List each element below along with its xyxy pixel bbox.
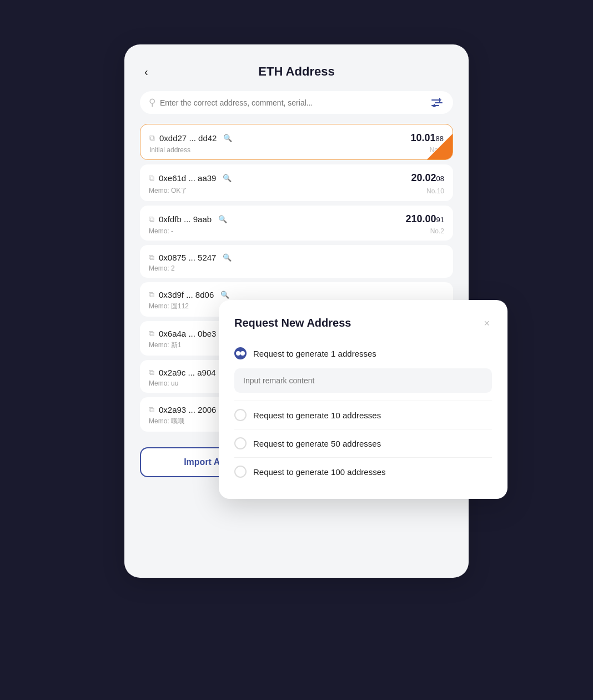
radio-check-0 xyxy=(236,351,240,356)
copy-icon-5[interactable]: ⧉ xyxy=(149,329,154,338)
address-left-0: ⧉ 0xdd27 ... dd42 🔍 xyxy=(149,133,232,143)
memo-1: Memo: OK了 xyxy=(149,186,187,196)
address-item-0[interactable]: ⧉ 0xdd27 ... dd42 🔍 10.01 88 Initial add… xyxy=(140,124,453,160)
serial-2: No.2 xyxy=(430,227,444,235)
address-text-7: 0x2a93 ... 2006 xyxy=(159,405,216,414)
filter-icon xyxy=(431,98,443,108)
divider-2 xyxy=(234,457,492,458)
divider-0 xyxy=(234,401,492,401)
radio-circle-1 xyxy=(234,409,247,421)
modal-title: Request New Address xyxy=(234,317,351,329)
balance-main-1: 20.02 xyxy=(411,172,436,184)
search-bar: ⚲ xyxy=(140,91,453,114)
address-meta-1: Memo: OK了 No.10 xyxy=(149,186,444,196)
search-addr-icon-2[interactable]: 🔍 xyxy=(218,215,227,223)
radio-option-1[interactable]: Request to generate 10 addresses xyxy=(234,403,492,427)
balance-small-1: 08 xyxy=(436,174,444,183)
radio-option-0[interactable]: Request to generate 1 addresses xyxy=(234,342,492,365)
modal-overlay: Request New Address × Request to generat… xyxy=(219,300,507,499)
search-input[interactable] xyxy=(160,98,425,107)
radio-circle-3 xyxy=(234,466,247,478)
address-text-6: 0x2a9c ... a904 xyxy=(159,368,216,377)
radio-label-0: Request to generate 1 addresses xyxy=(253,349,376,358)
search-addr-icon-4[interactable]: 🔍 xyxy=(220,291,229,299)
memo-2: Memo: - xyxy=(149,227,173,235)
memo-4: Memo: 圆112 xyxy=(149,302,189,311)
radio-circle-0 xyxy=(234,347,247,359)
memo-7: Memo: 哦哦 xyxy=(149,417,184,426)
search-addr-icon-1[interactable]: 🔍 xyxy=(223,174,232,182)
modal-close-button[interactable]: × xyxy=(481,317,492,329)
address-left-2: ⧉ 0xfdfb ... 9aab 🔍 xyxy=(149,214,227,224)
memo-3: Memo: 2 xyxy=(149,264,175,272)
address-row-3: ⧉ 0x0875 ... 5247 🔍 xyxy=(149,253,444,262)
address-item-2[interactable]: ⧉ 0xfdfb ... 9aab 🔍 210.00 91 Memo: - No… xyxy=(140,206,453,241)
back-button[interactable]: ‹ xyxy=(140,64,153,79)
memo-6: Memo: uu xyxy=(149,379,178,387)
radio-circle-2 xyxy=(234,437,247,449)
copy-icon-1[interactable]: ⧉ xyxy=(149,173,154,183)
copy-icon-2[interactable]: ⧉ xyxy=(149,214,154,224)
filter-button[interactable] xyxy=(430,98,444,108)
address-meta-3: Memo: 2 xyxy=(149,264,444,272)
serial-1: No.10 xyxy=(426,187,444,195)
address-left-4: ⧉ 0x3d9f ... 8d06 🔍 xyxy=(149,290,229,299)
address-row-4: ⧉ 0x3d9f ... 8d06 🔍 xyxy=(149,290,444,299)
address-text-0: 0xdd27 ... dd42 xyxy=(159,133,217,143)
radio-option-2[interactable]: Request to generate 50 addresses xyxy=(234,432,492,455)
address-text-4: 0x3d9f ... 8d06 xyxy=(159,290,214,299)
copy-icon-7[interactable]: ⧉ xyxy=(149,405,154,414)
address-text-5: 0x6a4a ... 0be3 xyxy=(159,329,216,338)
page-title: ETH Address xyxy=(258,64,334,79)
radio-label-2: Request to generate 50 addresses xyxy=(253,439,381,448)
address-meta-0: Initial address No.0 xyxy=(149,146,444,154)
address-text-1: 0xe61d ... aa39 xyxy=(159,173,216,183)
address-row-1: ⧉ 0xe61d ... aa39 🔍 20.02 08 xyxy=(149,172,444,184)
copy-icon-0[interactable]: ⧉ xyxy=(149,133,155,143)
corner-badge-0 xyxy=(427,134,453,159)
search-addr-icon-0[interactable]: 🔍 xyxy=(223,134,232,142)
balance-2: 210.00 91 xyxy=(405,213,444,225)
balance-1: 20.02 08 xyxy=(411,172,444,184)
balance-small-2: 91 xyxy=(436,216,444,224)
radio-option-3[interactable]: Request to generate 100 addresses xyxy=(234,460,492,483)
address-left-3: ⧉ 0x0875 ... 5247 🔍 xyxy=(149,253,232,262)
divider-1 xyxy=(234,429,492,429)
memo-5: Memo: 新1 xyxy=(149,341,182,350)
address-row-2: ⧉ 0xfdfb ... 9aab 🔍 210.00 91 xyxy=(149,213,444,225)
copy-icon-4[interactable]: ⧉ xyxy=(149,290,154,299)
search-icon: ⚲ xyxy=(149,97,155,108)
address-left-1: ⧉ 0xe61d ... aa39 🔍 xyxy=(149,173,232,183)
address-row-0: ⧉ 0xdd27 ... dd42 🔍 10.01 88 xyxy=(149,132,444,144)
address-text-2: 0xfdfb ... 9aab xyxy=(159,214,212,224)
modal-card: Request New Address × Request to generat… xyxy=(219,300,507,499)
modal-header: Request New Address × xyxy=(234,317,492,329)
address-item-3[interactable]: ⧉ 0x0875 ... 5247 🔍 Memo: 2 xyxy=(140,245,453,278)
copy-icon-6[interactable]: ⧉ xyxy=(149,368,154,377)
address-text-3: 0x0875 ... 5247 xyxy=(159,253,216,262)
main-container: ‹ ETH Address ⚲ xyxy=(108,44,485,656)
header: ‹ ETH Address xyxy=(140,64,453,79)
memo-0: Initial address xyxy=(149,146,190,154)
radio-label-3: Request to generate 100 addresses xyxy=(253,467,386,477)
address-meta-2: Memo: - No.2 xyxy=(149,227,444,235)
radio-label-1: Request to generate 10 addresses xyxy=(253,411,381,420)
balance-main-2: 210.00 xyxy=(405,213,436,225)
address-item-1[interactable]: ⧉ 0xe61d ... aa39 🔍 20.02 08 Memo: OK了 N… xyxy=(140,164,453,201)
copy-icon-3[interactable]: ⧉ xyxy=(149,253,154,262)
remark-input[interactable] xyxy=(234,368,492,393)
search-addr-icon-3[interactable]: 🔍 xyxy=(223,253,232,262)
